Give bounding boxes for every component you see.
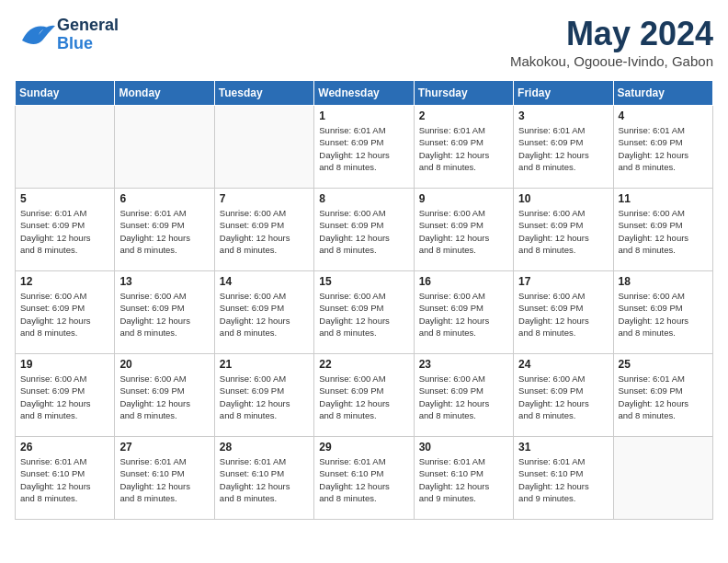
logo: General Blue [15,15,119,55]
calendar-cell: 22Sunrise: 6:00 AM Sunset: 6:09 PM Dayli… [314,354,414,437]
day-info: Sunrise: 6:00 AM Sunset: 6:09 PM Dayligh… [220,290,309,339]
day-number: 19 [20,358,109,371]
calendar-cell: 26Sunrise: 6:01 AM Sunset: 6:10 PM Dayli… [16,437,115,520]
calendar-week-1: 1Sunrise: 6:01 AM Sunset: 6:09 PM Daylig… [16,106,713,189]
day-number: 17 [518,275,608,288]
calendar-cell: 17Sunrise: 6:00 AM Sunset: 6:09 PM Dayli… [514,271,613,354]
day-number: 31 [518,441,608,454]
calendar-cell: 8Sunrise: 6:00 AM Sunset: 6:09 PM Daylig… [314,189,414,271]
calendar-cell: 15Sunrise: 6:00 AM Sunset: 6:09 PM Dayli… [314,271,414,354]
header-wednesday: Wednesday [314,81,414,106]
day-info: Sunrise: 6:00 AM Sunset: 6:09 PM Dayligh… [119,290,209,339]
calendar-cell: 5Sunrise: 6:01 AM Sunset: 6:09 PM Daylig… [16,189,115,271]
day-info: Sunrise: 6:00 AM Sunset: 6:09 PM Dayligh… [518,290,608,339]
day-number: 7 [220,192,309,205]
day-info: Sunrise: 6:00 AM Sunset: 6:09 PM Dayligh… [518,373,608,421]
day-number: 24 [518,358,608,371]
calendar-cell [613,437,712,520]
calendar-cell: 12Sunrise: 6:00 AM Sunset: 6:09 PM Dayli… [16,271,115,354]
day-number: 5 [20,192,109,205]
calendar-cell: 19Sunrise: 6:00 AM Sunset: 6:09 PM Dayli… [16,354,115,437]
day-number: 14 [220,275,309,288]
logo-icon [15,15,55,55]
calendar-week-4: 19Sunrise: 6:00 AM Sunset: 6:09 PM Dayli… [16,354,713,437]
day-number: 30 [419,441,508,454]
day-info: Sunrise: 6:00 AM Sunset: 6:09 PM Dayligh… [319,207,408,256]
month-year: May 2024 [510,15,713,53]
calendar-cell: 2Sunrise: 6:01 AM Sunset: 6:09 PM Daylig… [414,106,513,189]
calendar-cell: 28Sunrise: 6:01 AM Sunset: 6:10 PM Dayli… [214,437,313,520]
day-info: Sunrise: 6:00 AM Sunset: 6:09 PM Dayligh… [419,290,508,339]
day-info: Sunrise: 6:00 AM Sunset: 6:09 PM Dayligh… [518,207,608,256]
day-info: Sunrise: 6:00 AM Sunset: 6:09 PM Dayligh… [220,207,309,256]
logo-general-text: General [57,17,119,35]
day-info: Sunrise: 6:00 AM Sunset: 6:09 PM Dayligh… [419,373,508,421]
calendar-cell: 23Sunrise: 6:00 AM Sunset: 6:09 PM Dayli… [414,354,513,437]
calendar-cell [16,106,115,189]
day-info: Sunrise: 6:00 AM Sunset: 6:09 PM Dayligh… [20,290,109,339]
day-number: 6 [119,192,209,205]
header-friday: Friday [514,81,613,106]
header-thursday: Thursday [414,81,513,106]
day-number: 3 [518,109,608,122]
calendar-cell: 11Sunrise: 6:00 AM Sunset: 6:09 PM Dayli… [613,189,712,271]
day-number: 25 [619,358,708,371]
day-info: Sunrise: 6:01 AM Sunset: 6:10 PM Dayligh… [20,455,109,504]
day-info: Sunrise: 6:01 AM Sunset: 6:09 PM Dayligh… [419,124,508,173]
calendar-cell: 20Sunrise: 6:00 AM Sunset: 6:09 PM Dayli… [115,354,214,437]
day-number: 11 [619,192,708,205]
day-number: 23 [419,358,508,371]
day-number: 29 [319,441,408,454]
header-tuesday: Tuesday [214,81,313,106]
days-of-week-row: Sunday Monday Tuesday Wednesday Thursday… [16,81,713,106]
title-section: May 2024 Makokou, Ogooue-Ivindo, Gabon [510,15,713,69]
header-saturday: Saturday [613,81,712,106]
calendar-cell: 14Sunrise: 6:00 AM Sunset: 6:09 PM Dayli… [214,271,313,354]
calendar-week-3: 12Sunrise: 6:00 AM Sunset: 6:09 PM Dayli… [16,271,713,354]
day-number: 8 [319,192,408,205]
day-number: 26 [20,441,109,454]
calendar-cell: 27Sunrise: 6:01 AM Sunset: 6:10 PM Dayli… [115,437,214,520]
day-info: Sunrise: 6:00 AM Sunset: 6:09 PM Dayligh… [20,373,109,421]
day-number: 16 [419,275,508,288]
day-number: 4 [619,109,708,122]
calendar-cell: 1Sunrise: 6:01 AM Sunset: 6:09 PM Daylig… [314,106,414,189]
calendar-cell: 9Sunrise: 6:00 AM Sunset: 6:09 PM Daylig… [414,189,513,271]
calendar-cell: 30Sunrise: 6:01 AM Sunset: 6:10 PM Dayli… [414,437,513,520]
calendar-cell: 10Sunrise: 6:00 AM Sunset: 6:09 PM Dayli… [514,189,613,271]
header-monday: Monday [115,81,214,106]
page-header: General Blue May 2024 Makokou, Ogooue-Iv… [15,15,713,69]
day-number: 27 [119,441,209,454]
header-sunday: Sunday [16,81,115,106]
logo-blue-text: Blue [57,35,119,53]
calendar-cell: 25Sunrise: 6:01 AM Sunset: 6:09 PM Dayli… [613,354,712,437]
day-number: 1 [319,109,408,122]
day-number: 21 [220,358,309,371]
calendar-body: 1Sunrise: 6:01 AM Sunset: 6:09 PM Daylig… [16,106,713,520]
day-info: Sunrise: 6:01 AM Sunset: 6:09 PM Dayligh… [119,207,209,256]
day-number: 10 [518,192,608,205]
day-info: Sunrise: 6:01 AM Sunset: 6:10 PM Dayligh… [518,455,608,504]
calendar-cell: 7Sunrise: 6:00 AM Sunset: 6:09 PM Daylig… [214,189,313,271]
day-number: 28 [220,441,309,454]
day-number: 13 [119,275,209,288]
day-number: 12 [20,275,109,288]
day-number: 20 [119,358,209,371]
day-number: 18 [619,275,708,288]
day-info: Sunrise: 6:00 AM Sunset: 6:09 PM Dayligh… [319,290,408,339]
day-info: Sunrise: 6:01 AM Sunset: 6:10 PM Dayligh… [419,455,508,504]
day-info: Sunrise: 6:00 AM Sunset: 6:09 PM Dayligh… [119,373,209,421]
day-number: 2 [419,109,508,122]
day-info: Sunrise: 6:00 AM Sunset: 6:09 PM Dayligh… [319,373,408,421]
day-info: Sunrise: 6:00 AM Sunset: 6:09 PM Dayligh… [619,207,708,256]
location: Makokou, Ogooue-Ivindo, Gabon [510,53,713,69]
day-number: 22 [319,358,408,371]
day-info: Sunrise: 6:01 AM Sunset: 6:09 PM Dayligh… [20,207,109,256]
day-info: Sunrise: 6:01 AM Sunset: 6:09 PM Dayligh… [619,124,708,173]
day-info: Sunrise: 6:01 AM Sunset: 6:09 PM Dayligh… [518,124,608,173]
day-number: 9 [419,192,508,205]
calendar-cell: 16Sunrise: 6:00 AM Sunset: 6:09 PM Dayli… [414,271,513,354]
calendar-week-5: 26Sunrise: 6:01 AM Sunset: 6:10 PM Dayli… [16,437,713,520]
day-info: Sunrise: 6:00 AM Sunset: 6:09 PM Dayligh… [419,207,508,256]
calendar-cell: 18Sunrise: 6:00 AM Sunset: 6:09 PM Dayli… [613,271,712,354]
